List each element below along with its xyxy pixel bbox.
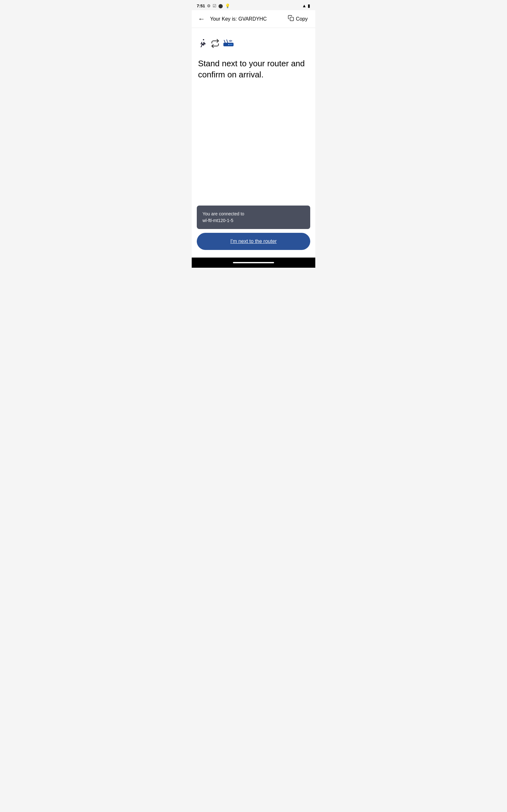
next-to-router-button[interactable]: I'm next to the router (197, 233, 310, 250)
clipboard-icon: ☑ (213, 3, 216, 8)
app-bar-title: Your Key is: GVARDYHC (210, 16, 267, 22)
wifi-icon: ▲ (302, 3, 306, 8)
connected-banner: You are connected to wl-ftl-mt120-1-5 (197, 206, 310, 229)
svg-point-7 (228, 44, 229, 45)
svg-line-4 (227, 40, 228, 43)
svg-point-1 (203, 39, 204, 40)
battery-icon: ▮ (308, 3, 310, 8)
home-bar (192, 258, 315, 268)
svg-rect-0 (290, 17, 293, 21)
connected-text: You are connected to wl-ftl-mt120-1-5 (203, 211, 304, 224)
back-button[interactable]: ← (197, 14, 206, 24)
svg-point-5 (231, 44, 232, 45)
home-bar-line (233, 262, 274, 263)
svg-line-3 (224, 40, 225, 43)
svg-point-6 (230, 44, 231, 45)
app-bar-left: ← Your Key is: GVARDYHC (197, 14, 267, 24)
connected-line1: You are connected to (203, 211, 244, 216)
status-right: ▲ ▮ (302, 3, 310, 8)
bulb-icon: 💡 (225, 3, 230, 8)
icon-row (198, 38, 309, 50)
instruction-text: Stand next to your router and confirm on… (198, 58, 309, 80)
back-arrow-icon: ← (198, 15, 205, 23)
status-left: 7:51 ⚙ ☑ ⬤ 💡 (197, 3, 230, 8)
router-icon (222, 39, 235, 50)
status-bar: 7:51 ⚙ ☑ ⬤ 💡 ▲ ▮ (192, 0, 315, 10)
status-time: 7:51 (197, 3, 205, 8)
person-icon (198, 38, 208, 50)
copy-button[interactable]: Copy (285, 14, 310, 24)
app-bar: ← Your Key is: GVARDYHC Copy (192, 10, 315, 28)
arrows-icon (211, 39, 220, 50)
main-content: Stand next to your router and confirm on… (192, 28, 315, 206)
connected-line2: wl-ftl-mt120-1-5 (203, 218, 233, 223)
settings-icon: ⚙ (207, 3, 211, 8)
copy-label: Copy (296, 16, 308, 22)
copy-icon (288, 15, 294, 23)
bottom-section: You are connected to wl-ftl-mt120-1-5 I'… (192, 206, 315, 258)
circle-icon: ⬤ (218, 3, 223, 8)
